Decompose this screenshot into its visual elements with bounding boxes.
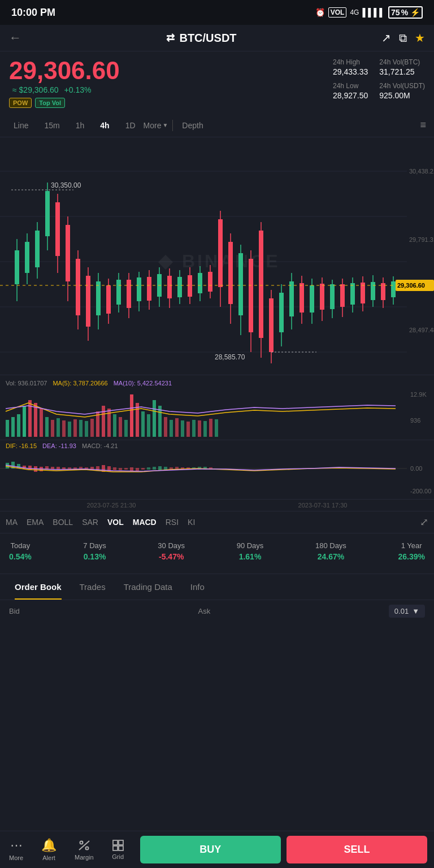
svg-rect-155 [113,467,116,470]
svg-rect-69 [320,284,324,310]
svg-rect-65 [300,283,304,313]
vol-btc: 24h Vol(BTC) 31,721.25 [379,58,425,76]
nav-trade-buttons: BUY SELL [133,836,434,863]
ind-tab-sar[interactable]: SAR [82,517,98,528]
tab-1d[interactable]: 1D [118,115,144,136]
ind-tab-ema[interactable]: EMA [27,517,44,528]
ind-tab-ki[interactable]: KI [188,517,195,528]
svg-rect-83 [391,281,396,297]
tab-trades[interactable]: Trades [71,574,115,600]
ind-tab-boll[interactable]: BOLL [53,517,73,528]
chart-tabs: Line 15m 1h 4h 1D More ▼ Depth ≡ [0,114,434,137]
ind-tab-macd[interactable]: MACD [133,517,157,528]
svg-rect-75 [350,283,355,305]
price-stats-col2: 24h Vol(BTC) 31,721.25 24h Vol(USDT) 925… [379,58,425,100]
svg-text:28,497.48: 28,497.48 [409,327,434,333]
svg-rect-11 [35,231,40,267]
tab-order-book[interactable]: Order Book [6,574,71,600]
sell-button[interactable]: SELL [287,836,427,863]
main-price: 29,306.60 [9,58,120,83]
ind-tab-rsi[interactable]: RSI [166,517,179,528]
nav-grid[interactable]: Grid [103,837,133,862]
ind-tab-vol[interactable]: VOL [107,517,124,528]
price-stats: 24h High 29,433.33 24h Low 28,927.50 24h… [333,58,425,100]
ind-tab-ma[interactable]: MA [6,517,18,528]
svg-rect-51 [228,242,233,304]
tab-15m[interactable]: 15m [36,115,67,136]
svg-rect-21 [76,259,80,315]
buy-button[interactable]: BUY [140,836,281,863]
svg-rect-98 [23,406,26,437]
svg-rect-55 [249,259,253,332]
svg-rect-7 [15,250,19,284]
svg-rect-27 [106,285,111,314]
share-icon[interactable]: ↗ [381,31,391,45]
period-180d: 180 Days 24.67% [315,541,346,561]
svg-text:29,306.60: 29,306.60 [397,282,425,289]
svg-rect-101 [40,409,43,437]
svg-rect-127 [186,422,190,437]
copy-icon[interactable]: ⧉ [399,32,407,45]
main-chart: ◆ BINANCE 30,350.00 [0,137,434,375]
tab-4h[interactable]: 4h [92,115,117,136]
svg-text:936: 936 [410,417,420,424]
top-vol-badge: Top Vol [35,98,65,108]
favorite-icon[interactable]: ★ [415,31,425,45]
svg-rect-71 [330,284,335,309]
alert-nav-icon: 🔔 [41,838,57,853]
svg-rect-13 [45,191,50,236]
more-nav-icon: ⋯ [10,838,23,853]
expand-icon[interactable]: ⤢ [420,516,428,528]
volume-labels: Vol: 936.01707 MA(5): 3,787.20666 MA(10)… [0,377,434,389]
tab-trading-data[interactable]: Trading Data [115,574,181,600]
battery-indicator: 75% ⚡ [388,6,423,19]
svg-rect-159 [136,468,139,471]
svg-rect-120 [147,414,150,437]
svg-rect-158 [130,467,133,471]
nav-more[interactable]: ⋯ More [0,836,32,863]
header-title: ⇄ BTC/USDT [166,32,236,45]
chart-settings-icon[interactable]: ≡ [418,114,428,137]
tab-depth[interactable]: Depth [177,115,207,136]
nav-margin[interactable]: Margin [66,836,103,863]
margin-nav-icon [77,839,91,852]
svg-rect-77 [361,283,365,303]
more-arrow-icon: ▼ [162,122,168,128]
svg-text:30,350.00: 30,350.00 [51,181,81,189]
svg-rect-103 [51,420,54,437]
indicator-tabs: MA EMA BOLL SAR VOL MACD RSI KI ⤢ [0,511,434,533]
header-actions: ↗ ⧉ ★ [381,31,425,45]
svg-rect-131 [209,419,212,437]
svg-rect-106 [68,422,71,437]
svg-rect-114 [113,414,116,437]
svg-rect-39 [167,276,172,298]
svg-rect-132 [215,419,218,437]
ask-header: Ask [198,607,210,615]
svg-rect-117 [130,394,133,437]
svg-text:0.00: 0.00 [410,465,422,472]
svg-text:30,438.21: 30,438.21 [409,168,434,175]
precision-selector[interactable]: 0.01 ▼ [389,605,425,618]
swap-icon: ⇄ [166,32,175,44]
svg-rect-96 [11,417,15,437]
price-stats-col1: 24h High 29,433.33 24h Low 28,927.50 [333,58,368,100]
svg-rect-147 [68,467,71,469]
back-button[interactable]: ← [9,31,21,45]
nav-alert[interactable]: 🔔 Alert [32,836,66,863]
high-24h: 24h High 29,433.33 [333,58,368,76]
svg-rect-177 [113,846,118,850]
svg-rect-47 [208,272,212,292]
svg-rect-25 [96,281,101,315]
tab-info[interactable]: Info [181,574,214,600]
svg-text:28,585.70: 28,585.70 [215,353,245,361]
macd-label: MACD: -4.21 [82,442,118,449]
tab-line[interactable]: Line [6,115,36,136]
tab-1h[interactable]: 1h [68,115,93,136]
signal-icon: ▌▌▌▌ [362,8,385,17]
tab-more[interactable]: More ▼ [144,121,168,130]
price-usd: ≈ $29,306.60 +0.13% [9,85,120,94]
svg-rect-157 [124,468,128,470]
macd-labels: DIF: -16.15 DEA: -11.93 MACD: -4.21 [0,440,434,452]
svg-rect-102 [45,417,49,437]
status-bar: 10:00 PM ⏰ VOL 4G ▌▌▌▌ 75% ⚡ [0,0,434,25]
